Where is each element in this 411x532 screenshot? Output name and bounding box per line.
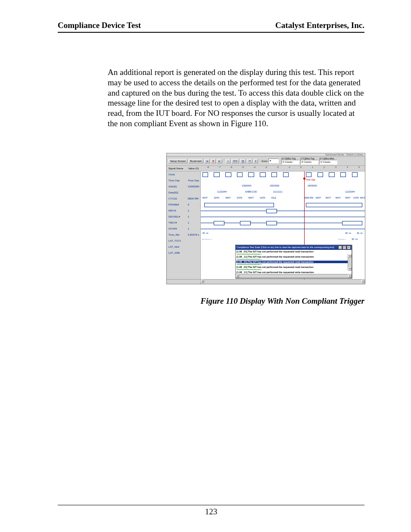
wave-lat-tgt1: ⊦———→ ⊦——→ 60. ns	[201, 238, 365, 244]
time-ann: 30. ns	[202, 232, 209, 234]
arrow-icon: ⊦——→	[339, 238, 346, 240]
page-number: 123	[205, 507, 218, 516]
wave-clock	[201, 171, 365, 177]
setup-screen-button[interactable]: Setup Screen	[168, 159, 187, 163]
cycle-label: DATA	[237, 196, 243, 199]
signal-row: Clock	[167, 171, 200, 177]
zoom-dropdown[interactable]: ▾	[268, 159, 279, 163]
analyzer-screenshot: Advanced Mode - Switch to Easy Setup Scr…	[166, 153, 365, 284]
msg-line[interactable]: [1.08 _11] The IUT has not performed the…	[236, 271, 351, 274]
scroll-down-icon[interactable]: ▾	[348, 267, 352, 271]
arrow-icon: ⊦———→	[202, 238, 212, 240]
signal-columns: Clock Time GapTime Gap Adr[32]10000000 D…	[167, 171, 201, 279]
msgbox-titlebar[interactable]: Compliance Test Suite (Click on any line…	[236, 245, 352, 250]
timeline[interactable]: Time Gap 10000004 10003000 10000000 1122…	[201, 171, 365, 279]
tick: -6	[225, 166, 237, 171]
signal-row: LAT_ARB	[167, 250, 200, 256]
bookmark-button[interactable]: Bookmark	[188, 159, 203, 163]
close-icon[interactable]: ×	[347, 246, 351, 249]
figure-caption: Figure 110 Display With Non Compliant Tr…	[166, 296, 364, 306]
maximize-icon[interactable]: □	[342, 246, 346, 249]
scroll-left-icon[interactable]: ◂	[236, 274, 239, 278]
signal-row: STOP#1	[167, 226, 200, 232]
compliance-message-window[interactable]: Compliance Test Suite (Click on any line…	[235, 245, 352, 278]
main-hscrollbar[interactable]: ◂ ▸	[167, 279, 365, 284]
tick: -5	[237, 166, 249, 171]
mode-switch-label[interactable]: Advanced Mode - Switch to Easy	[325, 153, 363, 156]
cycle-label: WAIT	[335, 196, 340, 199]
col-signal-header: Signal Name	[167, 167, 188, 170]
cycle-label: MEM RM	[304, 196, 313, 199]
waveform-area: Clock Time GapTime Gap Adr[32]10000000 D…	[167, 171, 365, 279]
data-label: 11223344	[345, 190, 355, 193]
scroll-right-icon[interactable]: ▸	[361, 280, 365, 283]
msgbox-title: Compliance Test Suite (Click on any line…	[237, 246, 334, 249]
scroll-left-icon[interactable]: ◂	[201, 280, 204, 283]
wave-irdy	[201, 208, 365, 214]
signal-row: Data[32]	[167, 190, 200, 196]
body-paragraph: An additional report is generated on the…	[108, 67, 364, 129]
tool-button-3[interactable]: ⟲	[247, 159, 252, 163]
minimize-icon[interactable]: _	[338, 246, 342, 249]
data-label: 11223344	[217, 190, 227, 193]
signal-row: Adr[32]10000000	[167, 184, 200, 190]
time-gap-label: Time Gap	[306, 178, 315, 181]
scroll-up-icon[interactable]: ▴	[348, 254, 352, 258]
wave-stop	[201, 226, 365, 232]
time-ann: 30. ns	[345, 232, 351, 234]
signal-row: IRDY#1	[167, 208, 200, 214]
header-right: Catalyst Enterprises, Inc.	[275, 21, 364, 30]
msgbox-hscrollbar[interactable]: ◂ ▸	[236, 274, 352, 278]
tick-labels: -8 -7 -6 -5 -4 -3 -2 -1 0 1 2 3 4 5	[202, 166, 365, 171]
page-header: Compliance Device Test Catalyst Enterpri…	[58, 21, 364, 33]
xt-field[interactable]: 0 Clocks	[281, 160, 299, 165]
wave-cycle: WAIT DATA WAIT DATA WAIT DATA IDLE MEM R…	[201, 196, 365, 202]
tick: -2	[272, 166, 283, 171]
signal-row: FRAME#0	[167, 202, 200, 208]
nav-first-button[interactable]: |◂	[204, 159, 210, 163]
signal-row: Time GapTime Gap	[167, 177, 200, 184]
tick: 3	[330, 166, 342, 171]
header-left: Compliance Device Test	[58, 21, 141, 30]
mode-strip: Advanced Mode - Switch to Easy	[167, 153, 365, 157]
figure-110: Advanced Mode - Switch to Easy Setup Scr…	[166, 153, 364, 306]
tick: 0	[295, 166, 307, 171]
tick: 5	[353, 166, 365, 171]
wave-timegap: Time Gap	[201, 177, 365, 184]
col-value-header: Value (X)	[188, 167, 202, 170]
data-label: AABBCCDD	[245, 190, 257, 193]
cycle-label: WAIT	[225, 196, 230, 199]
wave-trdy	[201, 220, 365, 226]
tick: -8	[202, 166, 214, 171]
wave-time-rel: 30. ns 30. ns 30. ns	[201, 232, 365, 238]
signal-row: CYCLEMEM RM	[167, 196, 200, 202]
cycle-label: WAIT	[202, 196, 208, 199]
xy-field[interactable]: 0 Clocks	[319, 160, 337, 165]
tool-button-1[interactable]: 000	[231, 159, 239, 163]
zoom-label: Zoom	[262, 160, 268, 162]
tick: -4	[249, 166, 260, 171]
grid-header: Signal Name Value (X) -8 -7 -6 -5 -4 -3 …	[167, 166, 365, 171]
cycle-label: DATA	[260, 196, 265, 199]
msgbox-vscrollbar[interactable]: ▴ ▾	[348, 254, 352, 271]
tick: -7	[214, 166, 225, 171]
yt-field[interactable]: 0 Clocks	[300, 160, 318, 165]
tool-button-4[interactable]: ▾	[253, 159, 258, 163]
tick: -3	[260, 166, 272, 171]
cycle-label: IDLE	[271, 196, 276, 199]
toolbar: Setup Screen Bookmark |◂ X ▸| + 000 ▥ ⟲ …	[167, 157, 365, 166]
cycle-label: WAIT	[326, 196, 331, 199]
wave-frame	[201, 202, 365, 208]
cycle-label: DATA	[214, 196, 219, 199]
signal-row: DEVSEL#1	[167, 214, 200, 220]
zoom-in-button[interactable]: +	[226, 159, 231, 163]
tool-button-2[interactable]: ▥	[240, 159, 246, 163]
x-marker-button[interactable]: X	[211, 159, 216, 163]
tick: -1	[283, 166, 295, 171]
cycle-label: WAIT	[360, 196, 365, 199]
msgbox-body[interactable]: [1.08 _01] The IUT has not performed the…	[236, 250, 352, 274]
scroll-right-icon[interactable]: ▸	[348, 274, 352, 278]
cycle-label: WAIT	[248, 196, 253, 199]
nav-last-button[interactable]: ▸|	[217, 159, 222, 163]
data-label: 11111111	[273, 190, 283, 193]
